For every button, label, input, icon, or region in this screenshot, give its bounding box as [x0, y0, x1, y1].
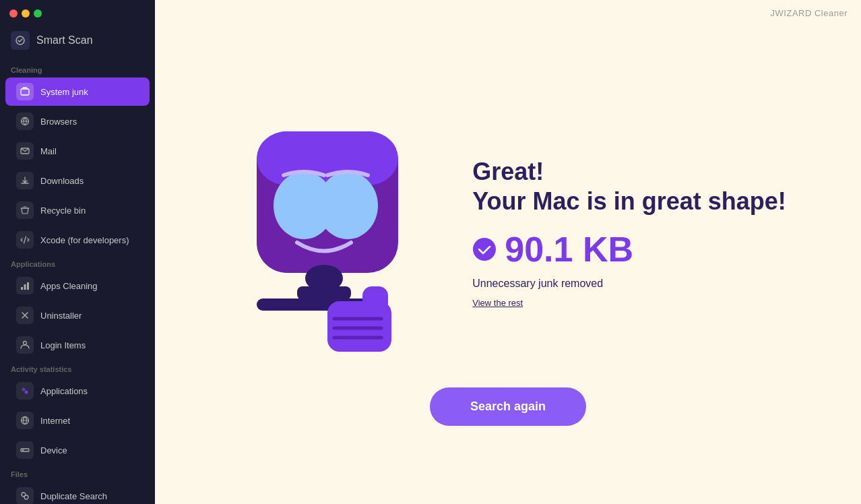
xcode-icon [16, 231, 34, 249]
close-button[interactable] [9, 9, 18, 18]
downloads-label: Downloads [40, 176, 84, 186]
device-label: Device [40, 445, 67, 455]
mail-label: Mail [40, 146, 57, 156]
check-circle-icon [472, 237, 497, 261]
svg-rect-16 [257, 131, 398, 185]
svg-rect-6 [27, 282, 29, 290]
downloads-icon [16, 172, 34, 189]
sidebar-item-mail[interactable]: Mail [5, 137, 150, 165]
svg-point-27 [473, 238, 496, 261]
minimize-button[interactable] [22, 9, 30, 18]
smart-scan-icon [11, 31, 30, 50]
section-cleaning-label: Cleaning [0, 61, 155, 77]
svg-rect-4 [21, 287, 23, 290]
uninstaller-label: Uninstaller [40, 311, 82, 321]
sidebar-item-apps-cleaning[interactable]: Apps Cleaning [5, 272, 150, 300]
svg-rect-23 [362, 286, 388, 312]
xcode-label: Xcode (for developers) [40, 235, 129, 245]
internet-label: Internet [40, 416, 70, 426]
section-activity-label: Activity statistics [0, 360, 155, 376]
system-junk-icon [16, 83, 34, 100]
svg-rect-5 [24, 284, 26, 290]
svg-rect-20 [297, 286, 351, 300]
sidebar-item-login-items[interactable]: Login Items [5, 331, 150, 359]
robot-illustration [230, 104, 418, 360]
result-heading: Great! Your Mac is in great shape! [472, 157, 786, 215]
svg-point-8 [22, 388, 26, 391]
mail-icon [16, 142, 34, 160]
applications-stats-icon [16, 382, 34, 400]
apps-cleaning-icon [16, 277, 34, 294]
recycle-bin-icon [16, 201, 34, 219]
svg-point-14 [24, 495, 28, 499]
sidebar-item-downloads[interactable]: Downloads [5, 166, 150, 195]
view-rest-link[interactable]: View the rest [472, 298, 786, 308]
recycle-bin-label: Recycle bin [40, 206, 86, 216]
search-again-button[interactable]: Search again [430, 387, 586, 426]
svg-rect-1 [21, 89, 29, 95]
apps-cleaning-label: Apps Cleaning [40, 281, 98, 291]
section-files-label: Files [0, 465, 155, 481]
applications-stats-label: Applications [40, 386, 88, 396]
traffic-lights [9, 9, 42, 18]
system-junk-label: System junk [40, 87, 88, 97]
uninstaller-icon [16, 307, 34, 324]
sidebar-item-duplicate-search[interactable]: Duplicate Search [5, 482, 150, 504]
sidebar-item-system-junk[interactable]: System junk [5, 77, 150, 106]
junk-removed-label: Unnecessary junk removed [472, 278, 786, 290]
internet-icon [16, 412, 34, 429]
sidebar-item-applications-stats[interactable]: Applications [5, 377, 150, 405]
content-area: Great! Your Mac is in great shape! 90.1 … [155, 26, 861, 504]
sidebar-item-xcode[interactable]: Xcode (for developers) [5, 226, 150, 254]
duplicate-search-label: Duplicate Search [40, 491, 107, 501]
main-content: JWIZARD Cleaner [155, 0, 861, 504]
sidebar-item-device[interactable]: Device [5, 436, 150, 464]
sidebar-item-internet[interactable]: Internet [5, 406, 150, 435]
browsers-icon [16, 113, 34, 130]
svg-point-7 [24, 342, 27, 345]
sidebar-item-uninstaller[interactable]: Uninstaller [5, 301, 150, 329]
app-title: JWIZARD Cleaner [771, 8, 848, 18]
browsers-label: Browsers [40, 117, 77, 127]
sidebar-item-smart-scan[interactable]: Smart Scan [0, 24, 155, 57]
result-text: Great! Your Mac is in great shape! 90.1 … [472, 157, 786, 307]
size-display: 90.1 KB [472, 229, 786, 270]
sidebar: Smart Scan Cleaning System junk Browsers [0, 0, 155, 504]
sidebar-item-recycle-bin[interactable]: Recycle bin [5, 196, 150, 224]
svg-point-9 [25, 391, 28, 394]
top-bar: JWIZARD Cleaner [155, 0, 861, 26]
size-value: 90.1 KB [505, 229, 633, 270]
titlebar [0, 0, 155, 24]
svg-point-18 [317, 172, 378, 239]
fullscreen-button[interactable] [34, 9, 42, 18]
login-items-label: Login Items [40, 340, 86, 350]
duplicate-search-icon [16, 487, 34, 504]
result-section: Great! Your Mac is in great shape! 90.1 … [230, 104, 786, 360]
section-applications-label: Applications [0, 255, 155, 271]
device-icon [16, 441, 34, 459]
sidebar-item-browsers[interactable]: Browsers [5, 107, 150, 135]
smart-scan-label: Smart Scan [36, 34, 93, 46]
login-items-icon [16, 336, 34, 354]
